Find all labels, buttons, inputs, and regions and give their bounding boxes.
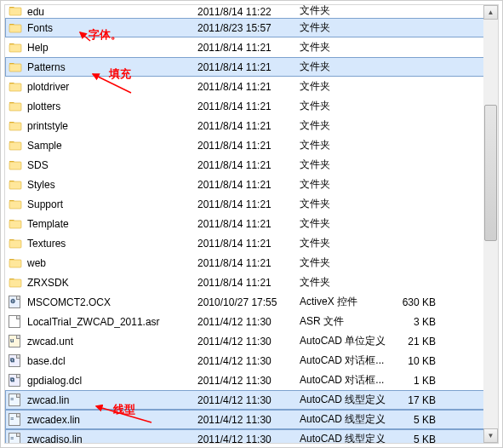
file-name: plotdriver <box>27 81 197 93</box>
folder-icon <box>9 21 22 35</box>
svg-rect-13 <box>9 260 21 267</box>
file-row[interactable]: Sample2011/8/14 11:21文件夹 <box>5 135 498 155</box>
file-date: 2011/8/14 11:21 <box>197 257 300 269</box>
file-type: 文件夹 <box>300 99 393 113</box>
file-row[interactable]: plotters2011/8/14 11:21文件夹 <box>5 96 498 116</box>
folder-icon <box>9 158 22 172</box>
file-date: 2011/8/14 11:21 <box>197 198 300 210</box>
svg-rect-6 <box>9 123 21 130</box>
file-row[interactable]: ≡zwcad.lin2011/4/12 11:30AutoCAD 线型定义17 … <box>5 390 498 410</box>
file-type: AutoCAD 单位定义 <box>300 334 393 348</box>
file-name: Patterns <box>27 61 197 73</box>
file-date: 2011/8/14 11:21 <box>197 179 300 191</box>
file-date: 2011/8/14 11:21 <box>197 238 300 250</box>
scroll-thumb[interactable] <box>484 105 497 241</box>
file-name: Textures <box>27 238 197 250</box>
file-row[interactable]: ⧉gpdialog.dcl2011/4/12 11:30AutoCAD 对话框.… <box>5 370 498 390</box>
file-size: 3 KB <box>393 316 441 328</box>
file-name: Sample <box>27 140 197 152</box>
folder-icon <box>9 237 22 250</box>
scroll-up-button[interactable]: ▲ <box>483 5 498 20</box>
file-size: 1 KB <box>393 375 441 387</box>
file-row[interactable]: printstyle2011/8/14 11:21文件夹 <box>5 116 498 135</box>
file-type: AutoCAD 对话框... <box>300 353 393 368</box>
file-name: zwcad.unt <box>27 336 197 347</box>
file-row[interactable]: uzwcad.unt2011/4/12 11:30AutoCAD 单位定义21 … <box>5 331 498 351</box>
file-row[interactable]: web2011/8/14 11:21文件夹 <box>5 253 498 273</box>
file-type: 文件夹 <box>300 158 393 172</box>
file-type: 文件夹 <box>300 118 393 133</box>
file-row[interactable]: ≡zwcadex.lin2011/4/12 11:30AutoCAD 线型定义5… <box>5 410 498 429</box>
file-row[interactable]: SDS2011/8/14 11:21文件夹 <box>5 155 498 175</box>
file-type: 文件夹 <box>300 79 393 94</box>
file-row[interactable]: LocalTrial_ZWCAD_2011.asr2011/4/12 11:30… <box>5 312 498 331</box>
file-row[interactable]: Textures2011/8/14 11:21文件夹 <box>5 233 498 253</box>
folder-icon <box>9 198 22 211</box>
file-name: LocalTrial_ZWCAD_2011.asr <box>27 316 197 328</box>
file-date: 2011/4/12 11:30 <box>197 375 300 387</box>
file-size: 630 KB <box>393 296 441 308</box>
scroll-down-button[interactable]: ▼ <box>483 428 498 443</box>
folder-icon <box>9 5 22 18</box>
file-date: 2011/4/12 11:30 <box>197 355 300 367</box>
file-size: 5 KB <box>393 414 441 426</box>
unt-icon: u <box>9 335 22 348</box>
file-date: 2011/8/14 11:21 <box>197 159 300 171</box>
dcl-icon: ⧉ <box>9 354 22 368</box>
file-name: plotters <box>27 101 197 112</box>
file-type: ActiveX 控件 <box>300 295 393 309</box>
vertical-scrollbar[interactable]: ▲ ▼ <box>483 5 498 443</box>
file-row[interactable]: plotdriver2011/8/14 11:21文件夹 <box>5 77 498 96</box>
file-date: 2011/4/12 11:30 <box>197 414 300 426</box>
lin-icon: ≡ <box>9 393 22 407</box>
file-type: 文件夹 <box>300 216 393 231</box>
file-date: 2011/8/14 11:21 <box>197 101 300 112</box>
file-row[interactable]: edu2011/8/14 11:22文件夹 <box>5 5 498 18</box>
file-date: 2011/8/14 11:21 <box>197 81 300 93</box>
file-name: Support <box>27 198 197 210</box>
lin-icon: ≡ <box>9 413 22 427</box>
file-type: 文件夹 <box>300 40 393 55</box>
svg-rect-4 <box>9 83 21 91</box>
file-name: Styles <box>27 179 197 191</box>
file-type: AutoCAD 对话框... <box>300 373 393 388</box>
file-type: ASR 文件 <box>300 314 393 329</box>
file-row[interactable]: Fonts2011/8/23 15:57文件夹 <box>5 18 498 37</box>
svg-rect-9 <box>9 181 21 189</box>
file-size: 5 KB <box>393 434 441 445</box>
file-size: 21 KB <box>393 336 441 347</box>
file-type: 文件夹 <box>300 20 393 35</box>
file-name: printstyle <box>27 120 197 132</box>
folder-icon <box>9 119 22 133</box>
file-name: zwcadiso.lin <box>27 434 197 445</box>
file-row[interactable]: Styles2011/8/14 11:21文件夹 <box>5 175 498 194</box>
file-row[interactable]: Template2011/8/14 11:21文件夹 <box>5 214 498 233</box>
folder-icon <box>9 276 22 290</box>
svg-rect-3 <box>9 64 21 72</box>
file-date: 2011/8/14 11:22 <box>197 6 300 18</box>
file-row[interactable]: ≡zwcadiso.lin2011/4/12 11:30AutoCAD 线型定义… <box>5 429 498 444</box>
file-date: 2011/8/14 11:21 <box>197 120 300 132</box>
file-name: Help <box>27 42 197 54</box>
svg-rect-7 <box>9 142 21 150</box>
svg-rect-5 <box>9 103 21 111</box>
file-date: 2011/4/12 11:30 <box>197 394 300 406</box>
file-row[interactable]: Help2011/8/14 11:21文件夹 <box>5 37 498 57</box>
svg-rect-14 <box>9 279 21 287</box>
file-row[interactable]: Support2011/8/14 11:21文件夹 <box>5 194 498 214</box>
file-size: 17 KB <box>393 394 441 406</box>
scroll-track[interactable] <box>483 20 498 428</box>
file-date: 2011/8/14 11:21 <box>197 277 300 289</box>
file-row[interactable]: ZRXSDK2011/8/14 11:21文件夹 <box>5 273 498 292</box>
svg-rect-2 <box>9 44 21 52</box>
file-name: ZRXSDK <box>27 277 197 289</box>
file-date: 2011/4/12 11:30 <box>197 316 300 328</box>
file-row[interactable]: ⧉base.dcl2011/4/12 11:30AutoCAD 对话框...10… <box>5 351 498 370</box>
file-name: web <box>27 257 197 269</box>
file-row[interactable]: Patterns2011/8/14 11:21文件夹 <box>5 57 498 77</box>
folder-icon <box>9 139 22 152</box>
file-row[interactable]: ⚙MSCOMCT2.OCX2010/10/27 17:55ActiveX 控件6… <box>5 292 498 312</box>
dcl-icon: ⧉ <box>9 374 22 388</box>
file-size: 10 KB <box>393 355 441 367</box>
file-name: zwcadex.lin <box>27 414 197 426</box>
